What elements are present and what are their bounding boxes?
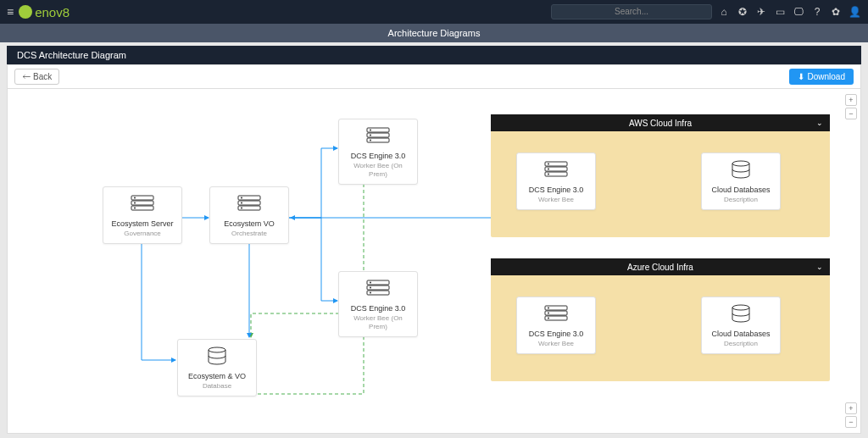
chevron-down-icon: ⌄ [816,119,823,127]
group-aws-title: AWS Cloud Infra [629,119,692,128]
svg-point-5 [134,208,136,209]
search-input[interactable]: Search... [551,4,712,19]
logo-text: enov8 [35,5,70,19]
gear-icon[interactable]: ✿ [829,6,843,18]
node-title: DCS Engine 3.0 [522,330,590,339]
server-icon [543,304,569,323]
menu-icon[interactable]: ≡ [7,5,14,19]
help-icon[interactable]: ? [810,6,824,18]
zoom-in-button[interactable]: + [845,94,857,106]
server-icon [543,160,569,179]
node-sub: Worker Bee [522,340,590,348]
svg-point-22 [370,287,371,289]
svg-point-23 [370,292,371,294]
logo[interactable]: enov8 [19,5,70,19]
svg-point-3 [134,197,136,199]
svg-point-15 [370,130,371,131]
diagram-canvas[interactable]: AWS Cloud Infra ⌄ Azure Cloud Infra ⌄ Ec… [7,88,861,434]
download-label: Download [808,72,845,81]
group-azure-title: Azure Cloud Infra [627,263,693,272]
node-sub: Orchestrate [215,230,283,238]
database-icon [204,347,230,365]
node-title: DCS Engine 3.0 [522,186,590,195]
node-sub: Worker Bee (On Prem) [344,162,412,179]
svg-point-9 [241,197,242,199]
svg-point-4 [134,202,136,204]
node-title: DCS Engine 3.0 [344,304,412,313]
zoom-controls-bottom: + − [845,402,857,428]
node-sub: Description [707,340,775,348]
node-title: Ecosystem Server [108,219,176,229]
svg-point-21 [370,282,371,284]
zoom-controls-top: + − [845,94,857,119]
node-dcs-aws[interactable]: DCS Engine 3.0 Worker Bee [516,152,596,210]
svg-point-38 [732,305,749,310]
user-icon[interactable]: 👤 [848,6,861,18]
node-dcs-azure[interactable]: DCS Engine 3.0 Worker Bee [516,297,596,354]
back-button[interactable]: 🡐 Back [14,69,59,85]
svg-point-31 [732,161,749,166]
back-arrow-icon: 🡐 [22,72,31,81]
node-title: Cloud Databases [707,186,775,195]
node-title: Cloud Databases [707,330,775,339]
home-icon[interactable]: ⌂ [717,6,731,18]
download-icon: ⬇ [798,72,804,81]
node-sub: Description [707,196,775,204]
node-eco-vo[interactable]: Ecosystem VO Orchestrate [209,186,289,244]
topbar: ≡ enov8 Search... ⌂ ✪ ✈ ▭ 🖵 ? ✿ 👤 [0,0,868,24]
svg-point-30 [548,174,549,175]
node-sub: Worker Bee [522,196,590,204]
svg-point-35 [548,308,549,309]
server-icon [236,194,262,213]
node-title: Ecosystem & VO [183,372,251,381]
page-title: DCS Architecture Diagram [17,50,126,60]
svg-point-37 [548,318,549,319]
node-sub: Worker Bee (On Prem) [344,314,412,331]
svg-point-17 [370,140,371,141]
star-icon[interactable]: ✪ [736,6,749,18]
server-icon [130,194,155,213]
node-db-azure[interactable]: Cloud Databases Description [701,297,781,354]
download-button[interactable]: ⬇ Download [789,69,854,85]
node-eco-server[interactable]: Ecosystem Server Governance [103,186,182,244]
subheader: Architecture Diagrams [0,24,868,42]
svg-point-24 [209,347,225,352]
node-sub: Governance [108,230,176,238]
zoom-in-button[interactable]: + [845,402,857,414]
server-icon [365,279,391,297]
toolbar: 🡐 Back ⬇ Download [7,64,861,88]
database-icon [728,160,754,179]
node-sub: Database [183,382,251,391]
node-eco-db[interactable]: Ecosystem & VO Database [177,339,257,396]
svg-point-10 [241,202,242,204]
node-title: DCS Engine 3.0 [344,152,412,161]
node-db-aws[interactable]: Cloud Databases Description [701,152,781,210]
node-dcs-onprem2[interactable]: DCS Engine 3.0 Worker Bee (On Prem) [338,271,418,337]
svg-point-28 [548,164,549,165]
svg-point-29 [548,169,549,170]
group-azure-header[interactable]: Azure Cloud Infra ⌄ [491,258,830,275]
node-title: Ecosystem VO [215,219,283,229]
server-icon [365,126,391,145]
archive-icon[interactable]: ▭ [773,6,787,18]
logo-icon [19,5,32,19]
zoom-out-button[interactable]: − [845,108,857,119]
monitor-icon[interactable]: 🖵 [792,6,805,18]
back-label: Back [33,72,52,81]
subheader-title: Architecture Diagrams [388,28,481,38]
chevron-down-icon: ⌄ [816,263,823,271]
node-dcs-onprem1[interactable]: DCS Engine 3.0 Worker Bee (On Prem) [338,119,418,185]
group-aws-header[interactable]: AWS Cloud Infra ⌄ [491,114,830,131]
zoom-out-button[interactable]: − [845,416,857,428]
svg-point-11 [241,208,242,209]
database-icon [728,304,754,323]
svg-point-16 [370,135,371,136]
svg-point-36 [548,313,549,314]
send-icon[interactable]: ✈ [754,6,768,18]
pagebar: DCS Architecture Diagram [7,46,861,64]
